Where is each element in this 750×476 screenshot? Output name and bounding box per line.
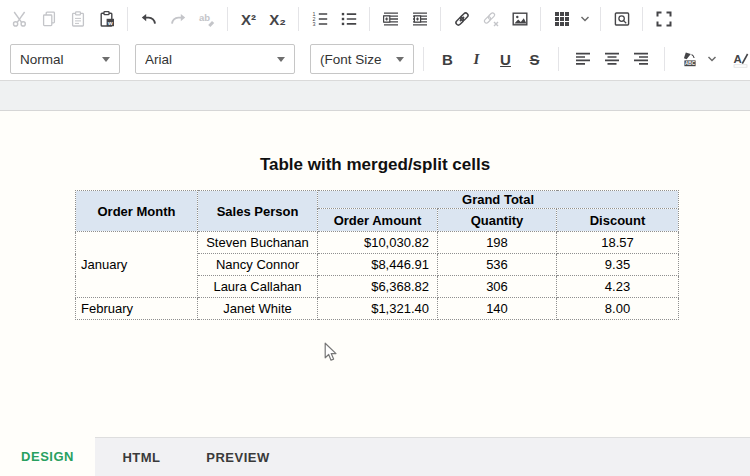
unlink-icon — [482, 10, 500, 28]
cell-discount[interactable]: 4.23 — [557, 276, 679, 298]
outdent-icon — [382, 10, 400, 28]
table-grid-icon — [553, 10, 571, 28]
mouse-cursor — [324, 342, 339, 368]
align-left-icon — [574, 50, 592, 68]
view-tabbar: DESIGN HTML PREVIEW — [0, 437, 750, 476]
link-button[interactable] — [447, 4, 476, 34]
insert-table-button[interactable] — [547, 4, 576, 34]
cell-quantity[interactable]: 198 — [438, 232, 557, 254]
unlink-button[interactable] — [476, 4, 505, 34]
cell-discount[interactable]: 18.57 — [557, 232, 679, 254]
indent-button[interactable] — [405, 4, 434, 34]
table-header-grand-total[interactable]: Grand Total — [318, 191, 679, 209]
paragraph-style-select[interactable]: Normal — [10, 44, 120, 74]
cell-quantity[interactable]: 140 — [438, 298, 557, 320]
cell-month[interactable]: February — [76, 298, 198, 320]
highlight-color-menu-button[interactable] — [703, 44, 720, 74]
table-menu-button[interactable] — [576, 4, 594, 34]
bold-button[interactable]: B — [433, 44, 462, 74]
toolbar-divider — [540, 7, 541, 31]
toolbar-divider — [227, 7, 228, 31]
svg-text:ab: ab — [199, 12, 210, 23]
outdent-button[interactable] — [376, 4, 405, 34]
undo-button[interactable] — [134, 4, 163, 34]
tabbar-inactive-area: HTML PREVIEW — [95, 437, 750, 476]
table-header-order-month[interactable]: Order Month — [76, 191, 198, 232]
cell-quantity[interactable]: 536 — [438, 254, 557, 276]
html-editor: w ab X² X₂ 123 — [0, 0, 750, 476]
cell-discount[interactable]: 8.00 — [557, 298, 679, 320]
underline-button[interactable]: U — [491, 44, 520, 74]
paste-from-word-button[interactable]: w — [92, 4, 121, 34]
superscript-button[interactable]: X² — [234, 4, 263, 34]
svg-text:3: 3 — [312, 21, 315, 27]
toolbar-divider — [642, 7, 643, 31]
paragraph-style-value: Normal — [20, 52, 64, 67]
italic-button[interactable]: I — [462, 44, 491, 74]
toolbar-divider — [558, 47, 559, 71]
table-header-order-amount[interactable]: Order Amount — [318, 209, 438, 232]
cut-icon — [11, 10, 29, 28]
align-center-button[interactable] — [597, 44, 626, 74]
strikethrough-button[interactable]: S — [520, 44, 549, 74]
remove-format-button[interactable]: ab — [192, 4, 221, 34]
cell-order-amount[interactable]: $8,446.91 — [318, 254, 438, 276]
align-right-button[interactable] — [626, 44, 655, 74]
preview-button[interactable] — [607, 4, 636, 34]
toolbar-divider — [369, 7, 370, 31]
bullet-list-icon — [340, 10, 358, 28]
cell-month[interactable]: January — [76, 232, 198, 298]
caret-down-icon — [277, 57, 285, 62]
insert-image-button[interactable] — [505, 4, 534, 34]
preview-icon — [613, 10, 631, 28]
highlight-color-button[interactable]: ABC — [674, 44, 703, 74]
cell-person[interactable]: Nancy Connor — [198, 254, 318, 276]
cell-order-amount[interactable]: $6,368.82 — [318, 276, 438, 298]
svg-text:w: w — [106, 20, 112, 26]
paste-button[interactable] — [63, 4, 92, 34]
toolbar-format: Normal Arial (Font Size B I U S ABC — [0, 38, 750, 80]
bullet-list-button[interactable] — [334, 4, 363, 34]
cell-person[interactable]: Janet White — [198, 298, 318, 320]
font-name-value: Arial — [145, 52, 172, 67]
cell-order-amount[interactable]: $1,321.40 — [318, 298, 438, 320]
document-title[interactable]: Table with merged/split cells — [0, 111, 750, 175]
table-header-quantity[interactable]: Quantity — [438, 209, 557, 232]
editor-canvas[interactable]: Table with merged/split cells Order Mont… — [0, 111, 750, 437]
svg-text:A: A — [733, 53, 741, 65]
svg-text:ABC: ABC — [685, 61, 696, 66]
toolbar-divider — [600, 7, 601, 31]
chevron-down-icon — [707, 54, 717, 64]
tab-html[interactable]: HTML — [95, 438, 188, 476]
font-size-placeholder: (Font Size — [320, 52, 382, 67]
cell-quantity[interactable]: 306 — [438, 276, 557, 298]
copy-button[interactable] — [34, 4, 63, 34]
toolbar-main: w ab X² X₂ 123 — [0, 0, 750, 38]
chevron-down-icon — [580, 14, 590, 24]
highlight-color-icon: ABC — [680, 50, 698, 68]
table-header-sales-person[interactable]: Sales Person — [198, 191, 318, 232]
image-icon — [511, 10, 529, 28]
fullscreen-icon — [655, 10, 673, 28]
cell-person[interactable]: Steven Buchanan — [198, 232, 318, 254]
align-left-button[interactable] — [568, 44, 597, 74]
subscript-button[interactable]: X₂ — [263, 4, 292, 34]
tab-design[interactable]: DESIGN — [0, 437, 95, 476]
font-size-select[interactable]: (Font Size — [310, 44, 414, 74]
merged-cells-table: Order Month Sales Person Grand Total Ord… — [75, 190, 679, 320]
toolbar-divider — [664, 47, 665, 71]
tab-preview[interactable]: PREVIEW — [188, 438, 288, 476]
fullscreen-button[interactable] — [649, 4, 678, 34]
cell-discount[interactable]: 9.35 — [557, 254, 679, 276]
redo-button[interactable] — [163, 4, 192, 34]
cut-button[interactable] — [5, 4, 34, 34]
ordered-list-button[interactable]: 123 — [305, 4, 334, 34]
font-name-select[interactable]: Arial — [135, 44, 295, 74]
cell-person[interactable]: Laura Callahan — [198, 276, 318, 298]
font-color-button[interactable]: A — [726, 44, 750, 74]
toolbar-divider — [423, 47, 424, 71]
align-right-icon — [632, 50, 650, 68]
toolbar-divider — [127, 7, 128, 31]
cell-order-amount[interactable]: $10,030.82 — [318, 232, 438, 254]
table-header-discount[interactable]: Discount — [557, 209, 679, 232]
